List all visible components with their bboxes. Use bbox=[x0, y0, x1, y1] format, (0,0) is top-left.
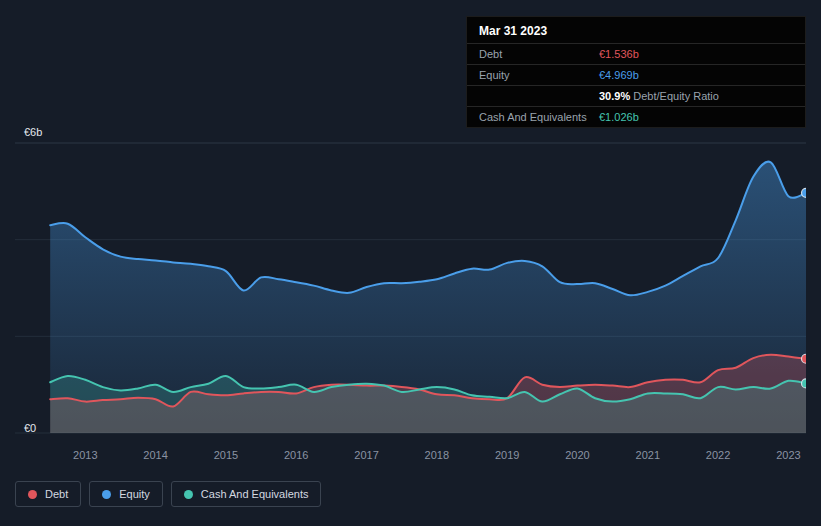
debt-dot-icon bbox=[28, 490, 37, 499]
legend-label-equity: Equity bbox=[119, 488, 150, 500]
chart-svg bbox=[15, 133, 806, 443]
legend-item-debt[interactable]: Debt bbox=[15, 481, 81, 507]
tooltip-ratio: 30.9% Debt/Equity Ratio bbox=[599, 89, 793, 103]
x-axis-label: 2020 bbox=[557, 449, 597, 461]
chart-area[interactable] bbox=[15, 133, 806, 443]
cash-and-equivalents-marker-icon bbox=[802, 379, 807, 388]
tooltip-debt-label: Debt bbox=[479, 47, 599, 61]
chart-legend: Debt Equity Cash And Equivalents bbox=[15, 481, 321, 507]
x-axis-label: 2013 bbox=[65, 449, 105, 461]
x-axis-label: 2018 bbox=[417, 449, 457, 461]
x-axis-label: 2019 bbox=[487, 449, 527, 461]
tooltip-row-ratio: 30.9% Debt/Equity Ratio bbox=[467, 85, 805, 106]
x-axis-label: 2023 bbox=[768, 449, 808, 461]
cash-dot-icon bbox=[184, 490, 193, 499]
chart-tooltip: Mar 31 2023 Debt €1.536b Equity €4.969b … bbox=[466, 16, 806, 128]
equity-marker-icon bbox=[802, 188, 807, 197]
tooltip-date: Mar 31 2023 bbox=[467, 17, 805, 43]
tooltip-row-equity: Equity €4.969b bbox=[467, 64, 805, 85]
x-axis: 2013201420152016201720182019202020212022… bbox=[15, 449, 806, 465]
equity-dot-icon bbox=[102, 490, 111, 499]
chart-widget: €6b€0 2013201420152016201720182019202020… bbox=[0, 0, 821, 526]
tooltip-row-debt: Debt €1.536b bbox=[467, 43, 805, 64]
tooltip-ratio-value: 30.9% bbox=[599, 90, 630, 102]
tooltip-equity-label: Equity bbox=[479, 68, 599, 82]
x-axis-label: 2015 bbox=[206, 449, 246, 461]
tooltip-ratio-label: Debt/Equity Ratio bbox=[633, 90, 719, 102]
x-axis-label: 2022 bbox=[698, 449, 738, 461]
x-axis-label: 2017 bbox=[347, 449, 387, 461]
tooltip-cash-label: Cash And Equivalents bbox=[479, 110, 599, 124]
legend-label-cash: Cash And Equivalents bbox=[201, 488, 309, 500]
legend-label-debt: Debt bbox=[45, 488, 68, 500]
tooltip-row-cash: Cash And Equivalents €1.026b bbox=[467, 106, 805, 127]
tooltip-debt-value: €1.536b bbox=[599, 47, 793, 61]
tooltip-cash-value: €1.026b bbox=[599, 110, 793, 124]
debt-marker-icon bbox=[802, 354, 807, 363]
legend-item-cash[interactable]: Cash And Equivalents bbox=[171, 481, 322, 507]
x-axis-label: 2021 bbox=[628, 449, 668, 461]
tooltip-equity-value: €4.969b bbox=[599, 68, 793, 82]
x-axis-label: 2014 bbox=[136, 449, 176, 461]
x-axis-label: 2016 bbox=[276, 449, 316, 461]
legend-item-equity[interactable]: Equity bbox=[89, 481, 163, 507]
